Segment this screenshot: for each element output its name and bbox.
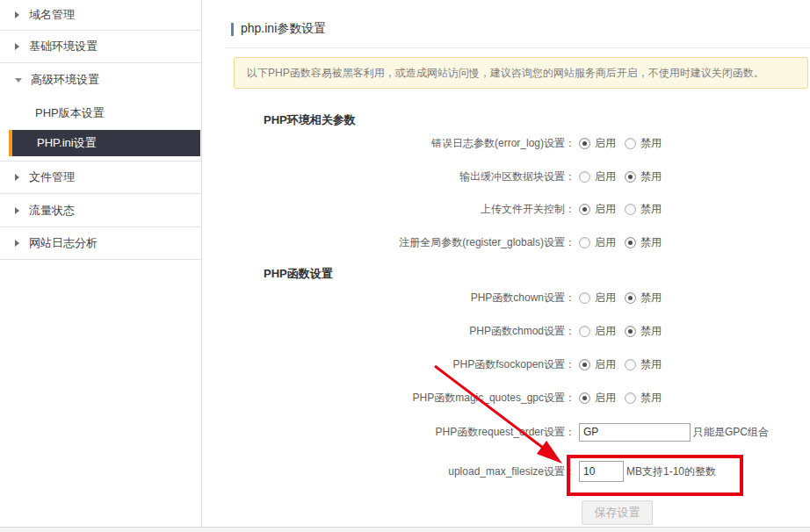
radio-disable-option[interactable]: 禁用 <box>625 235 662 250</box>
sidebar: 域名管理 基础环境设置 高级环境设置 PHP版本设置 PHP.ini设置 文件管… <box>0 0 202 527</box>
radio-disable-option[interactable]: 禁用 <box>625 169 662 184</box>
radio-label: 禁用 <box>640 291 662 306</box>
row-chmod: PHP函数chmod设置： 启用 禁用 <box>202 320 810 341</box>
radio-label: 启用 <box>595 136 616 151</box>
radio-icon[interactable] <box>579 138 590 149</box>
row-magic-quotes-gpc: PHP函数magic_quotes_gpc设置： 启用 禁用 <box>202 387 810 408</box>
chevron-right-icon <box>15 240 19 247</box>
radio-icon[interactable] <box>625 237 636 248</box>
radio-label: 启用 <box>595 324 616 339</box>
row-fsockopen: PHP函数fsockopen设置： 启用 禁用 <box>202 354 810 375</box>
radio-label: 启用 <box>595 357 616 372</box>
field-label: 错误日志参数(error_log)设置： <box>202 133 575 154</box>
radio-disable-option[interactable]: 禁用 <box>625 324 662 339</box>
radio-disable-option[interactable]: 禁用 <box>625 357 662 372</box>
radio-icon[interactable] <box>625 292 636 304</box>
radio-label: 禁用 <box>640 169 662 184</box>
field-label: PHP函数chmod设置： <box>202 320 575 341</box>
radio-disable-option[interactable]: 禁用 <box>625 136 662 151</box>
field-label: PHP函数fsockopen设置： <box>202 354 575 375</box>
row-output-buffering: 输出缓冲区数据块设置： 启用 禁用 <box>202 166 810 187</box>
sidebar-item-label: PHP.ini设置 <box>37 135 97 151</box>
sidebar-item-domain-management[interactable]: 域名管理 <box>0 0 201 31</box>
radio-icon[interactable] <box>579 171 590 183</box>
radio-label: 禁用 <box>640 136 662 151</box>
radio-label: 禁用 <box>640 324 662 339</box>
radio-enable-option[interactable]: 启用 <box>579 169 616 184</box>
radio-icon[interactable] <box>579 204 590 215</box>
radio-icon[interactable] <box>625 326 636 337</box>
sidebar-item-file-management[interactable]: 文件管理 <box>0 162 201 194</box>
save-settings-button[interactable]: 保存设置 <box>582 500 653 525</box>
radio-icon[interactable] <box>625 138 636 149</box>
chevron-down-icon <box>15 78 22 83</box>
radio-icon[interactable] <box>579 392 590 404</box>
radio-enable-option[interactable]: 启用 <box>579 235 616 250</box>
title-divider <box>225 47 810 48</box>
radio-label: 禁用 <box>640 391 662 406</box>
radio-enable-option[interactable]: 启用 <box>579 324 616 339</box>
row-chown: PHP函数chown设置： 启用 禁用 <box>202 287 810 308</box>
field-label: PHP函数request_order设置： <box>202 421 575 442</box>
section-title-php-env: PHP环境相关参数 <box>264 112 356 128</box>
radio-icon[interactable] <box>625 171 636 183</box>
row-upload-max-filesize: upload_max_filesize设置： MB支持1-10的整数 <box>202 460 810 483</box>
sidebar-item-label: 基础环境设置 <box>29 39 98 54</box>
radio-group: 启用 禁用 <box>579 287 670 308</box>
radio-enable-option[interactable]: 启用 <box>579 291 616 306</box>
sidebar-item-site-log-analysis[interactable]: 网站日志分析 <box>0 227 201 260</box>
sidebar-item-php-ini-settings[interactable]: PHP.ini设置 <box>9 130 200 156</box>
radio-icon[interactable] <box>579 359 590 370</box>
request-order-input[interactable] <box>579 423 691 442</box>
field-label: 上传文件开关控制： <box>202 198 575 219</box>
sidebar-item-traffic-status[interactable]: 流量状态 <box>0 194 201 227</box>
radio-group: 启用 禁用 <box>579 354 670 375</box>
row-register-globals: 注册全局参数(register_globals)设置： 启用 禁用 <box>202 232 810 253</box>
radio-disable-option[interactable]: 禁用 <box>625 291 662 306</box>
field-label: PHP函数magic_quotes_gpc设置： <box>202 387 575 408</box>
radio-icon[interactable] <box>625 359 636 370</box>
radio-group: 启用 禁用 <box>579 166 670 187</box>
field-hint: 只能是GPC组合 <box>693 425 769 440</box>
radio-group: 启用 禁用 <box>579 133 670 154</box>
radio-icon[interactable] <box>625 204 636 215</box>
radio-enable-option[interactable]: 启用 <box>579 357 616 372</box>
radio-icon[interactable] <box>579 237 590 248</box>
upload-max-filesize-input[interactable] <box>579 461 624 482</box>
radio-icon[interactable] <box>579 326 590 337</box>
sidebar-item-label: 文件管理 <box>29 169 75 185</box>
row-request-order: PHP函数request_order设置： 只能是GPC组合 <box>202 421 810 442</box>
radio-icon[interactable] <box>579 292 590 304</box>
sidebar-item-php-version-settings[interactable]: PHP版本设置 <box>0 97 201 130</box>
sidebar-item-advanced-env-settings[interactable]: 高级环境设置 <box>0 63 201 97</box>
radio-label: 启用 <box>595 202 616 217</box>
field-hint: MB支持1-10的整数 <box>626 464 716 479</box>
radio-label: 启用 <box>595 391 616 406</box>
radio-enable-option[interactable]: 启用 <box>579 136 616 151</box>
sidebar-item-label: 域名管理 <box>29 7 75 23</box>
sidebar-item-label: 流量状态 <box>29 203 75 219</box>
chevron-right-icon <box>15 43 19 50</box>
sidebar-item-label: 网站日志分析 <box>29 235 98 251</box>
radio-icon[interactable] <box>625 392 636 404</box>
section-title-php-functions: PHP函数设置 <box>264 266 333 282</box>
radio-enable-option[interactable]: 启用 <box>579 202 616 217</box>
security-notice: 以下PHP函数容易被黑客利用，或造成网站访问慢，建议咨询您的网站服务商后开启，不… <box>234 57 808 89</box>
field-label: 注册全局参数(register_globals)设置： <box>202 232 575 253</box>
radio-disable-option[interactable]: 禁用 <box>625 391 662 406</box>
radio-label: 启用 <box>595 291 616 306</box>
page-title: php.ini参数设置 <box>231 21 326 37</box>
radio-group: 启用 禁用 <box>579 320 670 341</box>
php-ini-settings-page: 域名管理 基础环境设置 高级环境设置 PHP版本设置 PHP.ini设置 文件管… <box>0 0 810 532</box>
radio-disable-option[interactable]: 禁用 <box>625 202 662 217</box>
sidebar-item-basic-env-settings[interactable]: 基础环境设置 <box>0 31 201 63</box>
radio-label: 启用 <box>595 169 616 184</box>
page-bottom-divider <box>0 527 810 532</box>
radio-group: 启用 禁用 <box>579 198 670 219</box>
radio-enable-option[interactable]: 启用 <box>579 391 616 406</box>
sidebar-item-label: PHP版本设置 <box>35 105 105 121</box>
chevron-right-icon <box>15 174 19 181</box>
page-title-text: php.ini参数设置 <box>241 21 326 37</box>
row-upload-switch: 上传文件开关控制： 启用 禁用 <box>202 198 810 219</box>
field-label: 输出缓冲区数据块设置： <box>202 166 575 187</box>
